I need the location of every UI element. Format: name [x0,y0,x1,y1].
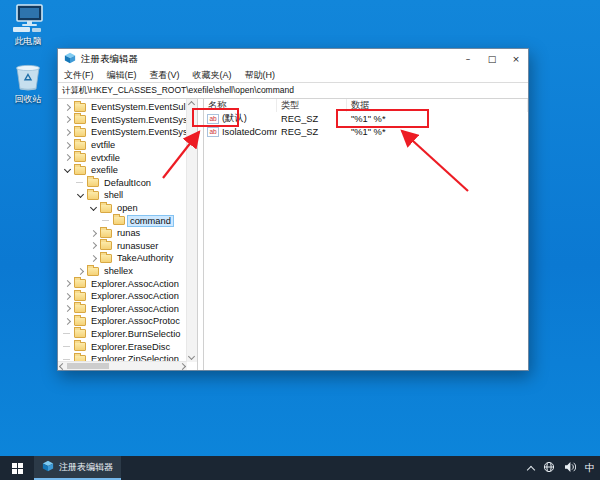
menu-bar: 文件(F) 编辑(E) 查看(V) 收藏夹(A) 帮助(H) [58,69,528,82]
tree-item-label: evtfile [89,140,117,150]
tree-expander-icon[interactable] [63,317,72,326]
tree-expander-icon[interactable] [76,178,85,187]
scroll-up-icon[interactable] [188,101,195,108]
tree-item[interactable]: open [58,202,187,215]
folder-icon [100,241,112,250]
value-data: "%1" %* [347,114,528,124]
tree-item[interactable]: Explorer.AssocAction [58,303,187,316]
scroll-right-icon[interactable] [179,363,186,370]
tree-expander-icon[interactable] [89,204,98,213]
tree-expander-icon[interactable] [63,166,72,175]
tree-item[interactable]: evtfile [58,139,187,152]
desktop-icon-recycle-bin[interactable]: 回收站 [2,62,54,104]
taskbar-item-label: 注册表编辑器 [59,461,113,474]
tree-item[interactable]: DefaultIcon [58,177,187,190]
tree-item[interactable]: EventSystem.EventSys [58,114,187,127]
folder-icon [74,304,86,313]
folder-icon [74,329,86,338]
tree-item[interactable]: Explorer.BurnSelectio [58,328,187,341]
value-name: (默认) [222,112,247,125]
tree-item[interactable]: Explorer.AssocAction [58,290,187,303]
tree-expander-icon[interactable] [63,304,72,313]
folder-icon [87,178,99,187]
minimize-button[interactable]: – [456,49,480,69]
tree-expander-icon[interactable] [63,153,72,162]
tree-expander-icon[interactable] [63,103,72,112]
close-button[interactable]: × [504,49,528,69]
tree-item[interactable]: EventSystem.EventSys [58,126,187,139]
menu-item[interactable]: 文件(F) [64,69,94,82]
tree-expander-icon[interactable] [63,279,72,288]
tree-item-label: shell [102,190,125,200]
tree-item[interactable]: TakeAuthority [58,252,187,265]
value-type: REG_SZ [277,127,347,137]
folder-icon [113,216,125,225]
tree-item[interactable]: runas [58,227,187,240]
tree-item[interactable]: command [58,214,187,227]
tree-expander-icon[interactable] [89,229,98,238]
menu-item[interactable]: 编辑(E) [107,69,137,82]
menu-item[interactable]: 帮助(H) [245,69,276,82]
tree-horizontal-scrollbar[interactable] [58,361,187,370]
column-header-name[interactable]: 名称 [204,99,277,112]
tree-expander-icon[interactable] [63,115,72,124]
tree-item-label: runas [115,228,142,238]
tree-expander-icon[interactable] [89,254,98,263]
tree-item[interactable]: Explorer.AssocAction [58,277,187,290]
network-icon[interactable] [543,459,555,477]
column-header-type[interactable]: 类型 [277,99,347,112]
volume-icon[interactable] [564,459,576,477]
scroll-left-icon[interactable] [59,363,66,370]
value-row[interactable]: ab (默认) REG_SZ "%1" %* [204,112,528,126]
folder-icon [74,292,86,301]
ime-indicator[interactable]: 中 [585,461,595,475]
tree-expander-icon[interactable] [76,191,85,200]
desktop-icon-this-pc[interactable]: 此电脑 [2,4,54,46]
tree-expander-icon[interactable] [76,267,85,276]
string-value-icon: ab [207,127,219,137]
tree-item-label: TakeAuthority [115,253,175,263]
taskbar-item-regedit[interactable]: 注册表编辑器 [34,456,121,480]
folder-icon [74,153,86,162]
pane-splitter[interactable] [197,99,204,370]
tree-expander-icon[interactable] [63,329,72,338]
tree-expander-icon[interactable] [89,241,98,250]
hidden-icons-chevron-icon[interactable] [527,465,535,473]
tree-item[interactable]: shell [58,189,187,202]
tree-item[interactable]: runasuser [58,240,187,253]
desktop-icon-label: 回收站 [2,94,54,104]
windows-logo-icon [12,463,23,474]
tree-item[interactable]: Explorer.AssocProtoc [58,315,187,328]
tree-item[interactable]: evtxfile [58,151,187,164]
tree-expander-icon[interactable] [63,128,72,137]
tree-expander-icon[interactable] [102,216,111,225]
tree-item-label: DefaultIcon [102,178,153,188]
tree-expander-icon[interactable] [63,141,72,150]
tree-item-label: Explorer.AssocAction [89,291,181,301]
title-bar[interactable]: 注册表编辑器 – □ × [58,49,528,69]
address-bar[interactable]: 计算机\HKEY_CLASSES_ROOT\exefile\shell\open… [58,82,528,99]
scroll-down-icon[interactable] [188,353,195,360]
start-button[interactable] [0,456,34,480]
scrollbar-thumb[interactable] [67,363,109,369]
tree-item-label: Explorer.AssocAction [89,279,181,289]
tree-item[interactable]: Explorer.EraseDisc [58,340,187,353]
tree-item[interactable]: exefile [58,164,187,177]
values-list: ab (默认) REG_SZ "%1" %* ab IsolatedComm..… [204,112,528,139]
folder-icon [74,115,86,124]
tree-item[interactable]: EventSystem.EventSul [58,101,187,114]
menu-item[interactable]: 收藏夹(A) [193,69,232,82]
menu-item[interactable]: 查看(V) [150,69,180,82]
values-pane: 名称 类型 数据 ab (默认) REG_SZ "%1" %* ab Isola… [204,99,528,370]
tree-item-label: shellex [102,266,135,276]
tree-vertical-scrollbar[interactable] [186,99,197,362]
value-row[interactable]: ab IsolatedComm... REG_SZ "%1" %* [204,126,528,140]
tree-item[interactable]: shellex [58,265,187,278]
column-header-data[interactable]: 数据 [347,99,528,112]
tree-item-label: EventSystem.EventSul [89,102,187,112]
tree-expander-icon[interactable] [63,342,72,351]
maximize-button[interactable]: □ [480,49,504,69]
tree-item-label: EventSystem.EventSys [89,115,187,125]
regedit-app-icon [42,458,54,476]
tree-expander-icon[interactable] [63,292,72,301]
